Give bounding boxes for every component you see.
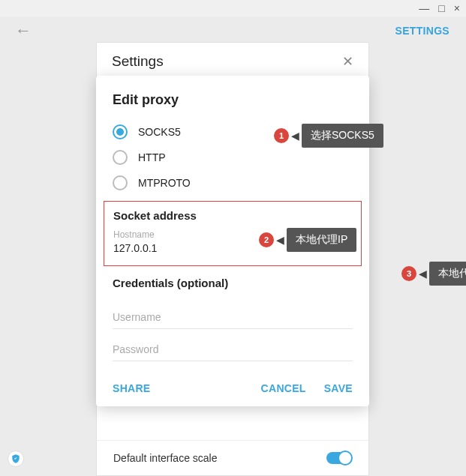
annotation-arrow-icon: ◀: [291, 130, 299, 142]
radio-label: MTPROTO: [138, 177, 191, 189]
window-close[interactable]: ×: [454, 3, 460, 13]
share-button[interactable]: SHARE: [113, 382, 151, 394]
button-row: SHARE CANCEL SAVE: [113, 382, 353, 394]
radio-label: SOCKS5: [138, 126, 181, 138]
annotation-3: 3 ◀ 本地代理默认端口: [401, 262, 466, 286]
window-maximize[interactable]: □: [438, 3, 444, 13]
annotation-text: 选择SOCKS5: [302, 124, 383, 148]
settings-footer-row: Default interface scale: [96, 440, 369, 476]
window-minimize[interactable]: —: [419, 3, 429, 13]
interface-scale-label: Default interface scale: [113, 452, 218, 464]
annotation-text: 本地代理IP: [287, 228, 356, 252]
annotation-arrow-icon: ◀: [276, 234, 284, 246]
annotation-text: 本地代理默认端口: [429, 262, 466, 286]
interface-scale-toggle[interactable]: [326, 452, 352, 464]
shield-badge[interactable]: [8, 451, 24, 467]
radio-icon: [113, 150, 128, 165]
modal-title: Edit proxy: [113, 92, 353, 108]
radio-mtproto[interactable]: MTPROTO: [113, 175, 353, 190]
settings-title: Settings: [112, 53, 164, 70]
username-placeholder: Username: [113, 311, 161, 323]
credentials-title: Credentials (optional): [113, 277, 353, 289]
shield-check-icon: [11, 454, 21, 464]
annotation-number: 3: [401, 266, 416, 281]
annotation-number: 2: [259, 232, 274, 247]
radio-http[interactable]: HTTP: [113, 150, 353, 165]
window-titlebar: — □ ×: [0, 0, 466, 16]
annotation-2: 2 ◀ 本地代理IP: [259, 228, 356, 252]
radio-label: HTTP: [138, 151, 166, 163]
radio-icon: [113, 124, 128, 139]
password-placeholder: Password: [113, 343, 158, 355]
radio-icon: [113, 175, 128, 190]
close-icon[interactable]: ✕: [342, 53, 353, 70]
socket-title: Socket address: [113, 209, 352, 222]
save-button[interactable]: SAVE: [324, 382, 353, 394]
annotation-1: 1 ◀ 选择SOCKS5: [274, 124, 383, 148]
password-input[interactable]: Password: [113, 329, 353, 361]
annotation-arrow-icon: ◀: [419, 268, 427, 280]
username-input[interactable]: Username: [113, 297, 353, 329]
annotation-number: 1: [274, 128, 289, 143]
cancel-button[interactable]: CANCEL: [261, 382, 306, 394]
